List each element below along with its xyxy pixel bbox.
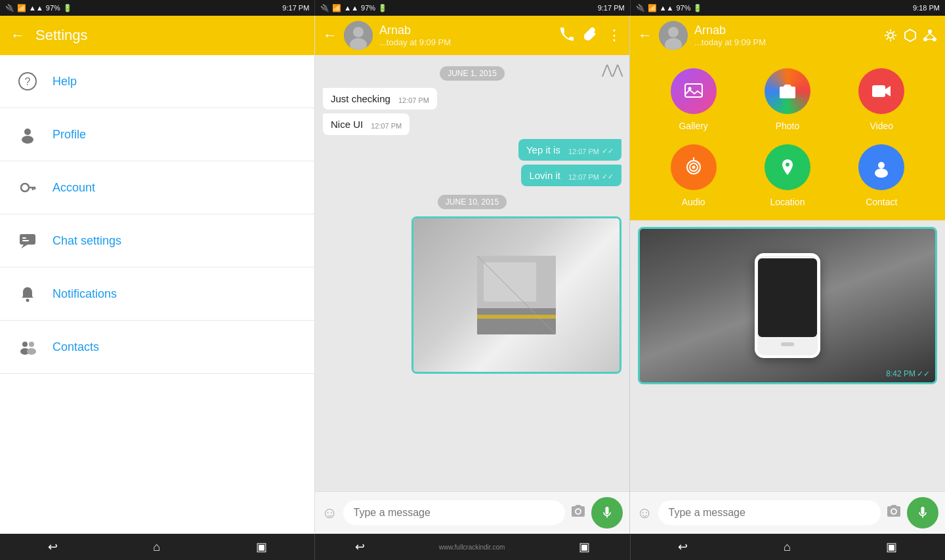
- main-content: ← Settings ? Help: [0, 16, 945, 534]
- settings-panel: ← Settings ? Help: [0, 16, 315, 534]
- back-button-nav-left[interactable]: ↩: [43, 537, 63, 557]
- share-actions-grid: Gallery Photo: [630, 55, 945, 220]
- nav-section-left: ↩ ⌂ ▣: [0, 534, 315, 560]
- chat-input-bar: ☺: [315, 491, 629, 534]
- settings-item-profile[interactable]: Profile: [0, 108, 314, 161]
- share-action-location[interactable]: Location: [744, 144, 831, 207]
- scroll-indicator: ⋀⋀: [602, 62, 623, 77]
- chat-messages: ⋀⋀ JUNE 1, 2015 Just checking 12:07 PM N…: [315, 55, 629, 491]
- profile-icon: [16, 123, 39, 146]
- share-action-video[interactable]: Video: [838, 68, 925, 131]
- mic-button-chat[interactable]: [591, 497, 623, 529]
- share-contact-status: ...today at 9:09 PM: [694, 37, 877, 47]
- website-text: www.fullcrackindir.com: [439, 544, 505, 551]
- nav-section-right: ↩ ⌂ ▣: [631, 534, 945, 560]
- status-bar-center: 🔌 📶 ▲▲ 97% 🔋 9:17 PM: [315, 0, 630, 16]
- svg-point-18: [353, 27, 364, 37]
- share-header: ← Arnab ...today at 9:09 PM: [630, 16, 945, 55]
- svg-rect-22: [484, 262, 536, 302]
- mic-button-share[interactable]: [907, 497, 938, 529]
- settings-back-button[interactable]: ←: [10, 27, 25, 44]
- chat-contact-name: Arnab: [379, 24, 553, 37]
- camera-button-share[interactable]: [886, 503, 902, 523]
- svg-point-16: [27, 348, 36, 355]
- settings-item-contacts[interactable]: Contacts: [0, 321, 314, 374]
- message-just-checking: Just checking 12:07 PM: [323, 88, 621, 110]
- message-lovin-it: Lovin it 12:07 PM ✓✓: [323, 165, 621, 186]
- wifi-icon-3: 📶: [648, 4, 657, 12]
- share-action-contact[interactable]: Contact: [838, 144, 925, 207]
- time-left: 9:17 PM: [282, 4, 309, 12]
- svg-point-47: [786, 163, 789, 167]
- svg-point-49: [875, 169, 888, 178]
- home-button-nav-left[interactable]: ⌂: [148, 538, 165, 557]
- share-message-input[interactable]: [658, 500, 881, 525]
- message-text-lovin: Lovin it: [529, 170, 560, 181]
- video-label: Video: [870, 121, 894, 131]
- share-sent-image[interactable]: 8:42 PM ✓✓: [638, 227, 937, 384]
- notifications-icon: [16, 282, 39, 306]
- svg-rect-41: [872, 85, 885, 97]
- share-chat-info: Arnab ...today at 9:09 PM: [694, 24, 877, 47]
- usb-icon: 🔌: [5, 4, 14, 12]
- emoji-button-share[interactable]: ☺: [637, 504, 653, 522]
- share-action-audio[interactable]: Audio: [650, 144, 737, 207]
- nav-bar: ↩ ⌂ ▣ ↩ www.fullcrackindir.com ▣ ↩ ⌂ ▣: [0, 534, 945, 560]
- camera-button-chat[interactable]: [570, 503, 586, 523]
- message-time-2: 12:07 PM: [371, 122, 402, 130]
- attachment-button[interactable]: [583, 27, 598, 45]
- signal-icon-2: ▲▲: [344, 4, 358, 12]
- settings-item-contacts-label: Contacts: [52, 340, 99, 354]
- recents-button-nav-center[interactable]: ▣: [574, 537, 595, 557]
- wifi-icon-2: 📶: [332, 4, 341, 12]
- svg-point-50: [892, 510, 896, 513]
- svg-point-29: [888, 33, 893, 38]
- share-network-icon[interactable]: [923, 28, 937, 43]
- time-right: 9:18 PM: [913, 4, 940, 12]
- settings-item-profile-label: Profile: [52, 128, 86, 142]
- usb-icon-3: 🔌: [636, 4, 645, 12]
- share-action-photo[interactable]: Photo: [744, 68, 831, 131]
- battery-icon-right: 🔋: [693, 4, 702, 12]
- share-image-time: 8:42 PM: [886, 369, 915, 378]
- signal-icon-3: ▲▲: [660, 4, 674, 12]
- share-back-button[interactable]: ←: [638, 27, 652, 44]
- chat-back-button[interactable]: ←: [323, 27, 337, 44]
- gallery-circle: [671, 68, 717, 114]
- date-badge-june10: JUNE 10, 2015: [323, 195, 621, 207]
- recents-button-nav-left[interactable]: ▣: [251, 537, 272, 557]
- battery-icon-left: 🔋: [63, 4, 72, 12]
- more-options-button[interactable]: ⋮: [607, 27, 621, 44]
- location-circle: [765, 144, 810, 190]
- nav-section-center: ↩ www.fullcrackindir.com ▣: [315, 534, 630, 560]
- message-time-4: 12:07 PM: [568, 173, 599, 181]
- recents-button-nav-right[interactable]: ▣: [881, 537, 902, 557]
- settings-item-account[interactable]: Account: [0, 161, 314, 214]
- home-button-nav-right[interactable]: ⌂: [778, 538, 796, 557]
- chat-icon: [16, 229, 39, 252]
- back-button-nav-right[interactable]: ↩: [673, 537, 693, 557]
- settings-item-help[interactable]: ? Help: [0, 55, 314, 108]
- share-avatar[interactable]: [659, 21, 688, 50]
- back-button-nav-center[interactable]: ↩: [350, 537, 370, 557]
- chat-image-message[interactable]: [411, 216, 621, 374]
- message-text-just-checking: Just checking: [331, 93, 390, 104]
- settings-item-chat[interactable]: Chat settings: [0, 214, 314, 268]
- message-bubble-sent-2: Lovin it 12:07 PM ✓✓: [521, 165, 621, 186]
- svg-rect-37: [685, 84, 702, 97]
- svg-point-3: [22, 136, 33, 144]
- share-gear-icon[interactable]: [883, 28, 898, 43]
- audio-circle: [671, 144, 717, 190]
- phone-call-button[interactable]: [560, 27, 574, 45]
- share-action-gallery[interactable]: Gallery: [650, 68, 737, 131]
- svg-line-34: [925, 33, 930, 37]
- emoji-button-chat[interactable]: ☺: [322, 504, 338, 522]
- settings-menu: ? Help Profile: [0, 55, 314, 534]
- settings-item-notifications[interactable]: Notifications: [0, 268, 314, 321]
- contact-circle: [858, 144, 904, 190]
- share-image-content: [640, 229, 935, 382]
- chat-message-input[interactable]: [343, 500, 565, 525]
- message-bubble-received-2: Nice UI 12:07 PM: [323, 113, 410, 135]
- gallery-label: Gallery: [679, 121, 707, 131]
- chat-avatar[interactable]: [344, 21, 373, 50]
